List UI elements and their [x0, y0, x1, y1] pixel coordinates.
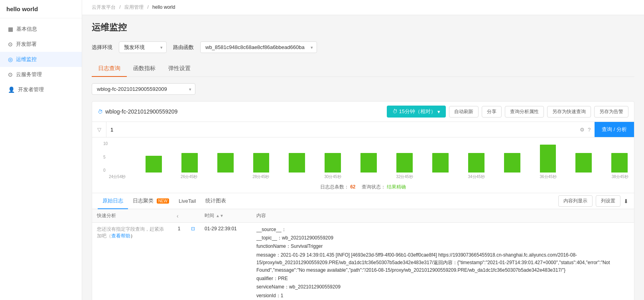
log-table-body: 您还没有指定字段查询，赶紧添加吧（查看帮助）1⊡01-29 22:39:01__…: [92, 223, 634, 300]
tab-log-query[interactable]: 日志查询: [92, 61, 127, 77]
chart-bar: [504, 153, 520, 173]
sidebar-item-dev[interactable]: 👤 开发者管理: [0, 82, 82, 97]
query-icons: ⚙ ?: [576, 127, 595, 133]
sidebar: hello world ▦ 基本信息 ⊙ 开发部署 ◎ 运维监控 ⊙ 云服务管理…: [0, 0, 82, 300]
content-display-btn[interactable]: 内容列显示: [558, 195, 593, 207]
sidebar-item-deploy[interactable]: ⊙ 开发部署: [0, 37, 82, 52]
content-line: versionId：1: [256, 292, 629, 300]
col-settings-btn[interactable]: 列设置: [596, 195, 620, 207]
x-label: 34分45秒: [468, 174, 484, 180]
settings-icon[interactable]: ⚙: [580, 127, 585, 133]
query-row: ▽ ⚙ ? 查询 / 分析: [92, 122, 634, 137]
tab-metrics[interactable]: 函数指标: [127, 61, 162, 77]
share-btn[interactable]: 分享: [482, 106, 502, 118]
main-tabs: 日志查询 函数指标 弹性设置: [92, 61, 634, 77]
new-badge: NEW: [157, 198, 169, 204]
ops-icon: ◎: [8, 56, 13, 63]
sort-icon[interactable]: ▲▼: [216, 214, 224, 218]
route-select-wrap: wb_8581c948c8c68ae8cf86a6bbead660ba ▾: [200, 41, 317, 53]
chart-bars: [98, 141, 628, 173]
help-icon[interactable]: ?: [588, 127, 591, 133]
filter-row: 选择环境 预发环境 ▾ 路由函数 wb_8581c948c8c68ae8cf86…: [92, 41, 634, 53]
log-panel: ⏱ wblog-fc-2021012900559209 ⏱ 15分钟（相对） ▾…: [92, 101, 634, 300]
chart-bar: [611, 153, 628, 173]
time-range-btn[interactable]: ⏱ 15分钟（相对） ▾: [387, 106, 446, 118]
x-label: 32分45秒: [396, 174, 413, 180]
expand-btn[interactable]: ▽: [92, 122, 106, 137]
sidebar-item-label: 开发者管理: [18, 86, 44, 93]
breadcrumb-item-1[interactable]: 云开发平台: [92, 4, 116, 10]
row-time: 01-29 22:39:01: [200, 223, 252, 300]
sidebar-item-label: 基本信息: [16, 25, 37, 33]
th-content: 内容: [252, 209, 634, 223]
x-label: 24分54秒: [109, 174, 126, 180]
sub-tabs: 原始日志 日志聚类 NEW LiveTail 统计图表 内容列显示 列设置 ⬇: [92, 193, 634, 209]
log-detail-icon[interactable]: ⊡: [191, 226, 195, 231]
sidebar-nav: ▦ 基本信息 ⊙ 开发部署 ◎ 运维监控 ⊙ 云服务管理 👤 开发者管理: [0, 18, 82, 100]
stats-status-value: 结果精确: [387, 184, 406, 190]
th-quick-analysis: 快速分析: [92, 209, 172, 223]
row-icon-cell: ⊡: [186, 223, 200, 300]
sub-tab-livetail[interactable]: LiveTail: [174, 194, 201, 209]
save-quick-btn[interactable]: 另存为快速查询: [547, 106, 591, 118]
quick-analysis-cell: 您还没有指定字段查询，赶紧添加吧（查看帮助）: [92, 223, 172, 300]
sub-tabs-right: 内容列显示 列设置 ⬇: [558, 195, 628, 207]
th-time: 时间 ▲▼: [200, 209, 252, 223]
download-icon[interactable]: ⬇: [624, 198, 628, 204]
breadcrumb-item-3: hello world: [152, 4, 175, 10]
panel-btn-group: ⏱ 15分钟（相对） ▾ 自动刷新 分享 查询分析属性 另存为快速查询 另存为告…: [387, 106, 628, 118]
deploy-icon: ⊙: [8, 41, 13, 47]
x-label: 30分45秒: [324, 174, 341, 180]
auto-refresh-btn[interactable]: 自动刷新: [449, 106, 479, 118]
chart-bar: [468, 153, 484, 173]
content-line: functionName：SurvivalTrigger: [256, 243, 629, 250]
sidebar-item-cloud[interactable]: ⊙ 云服务管理: [0, 67, 82, 82]
chart-bar: [540, 145, 556, 173]
chart-container: 10 5 0 24分54秒26分45秒28分45秒30分45秒32分45秒34分…: [98, 141, 628, 181]
collapse-icon[interactable]: ‹: [177, 213, 179, 219]
stats-total-label: 日志总条数：: [320, 184, 349, 190]
breadcrumb-item-2[interactable]: 应用管理: [124, 4, 144, 10]
chart-bar: [396, 153, 413, 173]
y-label-10: 10: [103, 141, 108, 146]
log-table-wrap: 快速分析 ‹ 时间 ▲▼ 内容: [92, 209, 634, 300]
chart-x-axis: 24分54秒26分45秒28分45秒30分45秒32分45秒34分45秒36分4…: [98, 174, 628, 180]
sub-tab-raw-log[interactable]: 原始日志: [98, 193, 128, 209]
chart-bar: [575, 153, 592, 173]
content-line: qualifier：PRE: [256, 275, 629, 282]
tab-elastic[interactable]: 弹性设置: [162, 61, 197, 77]
save-alert-btn[interactable]: 另存为告警: [594, 106, 628, 118]
stats-count: 62: [350, 184, 355, 190]
chart-bar: [325, 153, 341, 173]
stats-status-label: 查询状态：: [362, 184, 386, 190]
row-num: 1: [172, 223, 186, 300]
th-icon: [186, 209, 200, 223]
log-panel-title-text: wblog-fc-2021012900559209: [105, 108, 177, 115]
y-label-5: 5: [103, 155, 108, 159]
content-line: __source__：: [256, 226, 629, 233]
content-line: message：2021-01-29 14:39:01.435 [INFO] […: [256, 251, 629, 275]
sidebar-item-label: 运维监控: [16, 56, 37, 63]
sub-tab-log-agg[interactable]: 日志聚类 NEW: [128, 193, 174, 209]
breadcrumb: 云开发平台 / 应用管理 / hello world: [82, 0, 644, 15]
chart-bar: [432, 153, 449, 173]
chart-bar: [181, 153, 198, 173]
main-content: 云开发平台 / 应用管理 / hello world 运维监控 选择环境 预发环…: [82, 0, 644, 300]
route-select[interactable]: wb_8581c948c8c68ae8cf86a6bbead660ba: [200, 41, 317, 53]
sidebar-item-basic-info[interactable]: ▦ 基本信息: [0, 22, 82, 37]
env-select[interactable]: 预发环境: [119, 41, 167, 53]
quick-link[interactable]: 查看帮助: [111, 233, 130, 239]
analyze-attr-btn[interactable]: 查询分析属性: [505, 106, 544, 118]
x-label: 28分45秒: [252, 174, 269, 180]
sub-tab-stat-chart[interactable]: 统计图表: [201, 193, 231, 209]
log-source-select[interactable]: wblog-fc-20210129005592009: [92, 83, 195, 95]
x-label: 36分45秒: [540, 174, 557, 180]
query-btn[interactable]: 查询 / 分析: [595, 122, 634, 137]
sidebar-item-ops[interactable]: ◎ 运维监控: [0, 52, 82, 67]
sidebar-item-label: 开发部署: [16, 41, 37, 48]
query-input[interactable]: [106, 124, 576, 136]
route-label: 路由函数: [173, 44, 194, 51]
chart-bar: [289, 153, 305, 173]
sidebar-item-label: 云服务管理: [16, 71, 42, 78]
person-icon: 👤: [8, 86, 15, 93]
